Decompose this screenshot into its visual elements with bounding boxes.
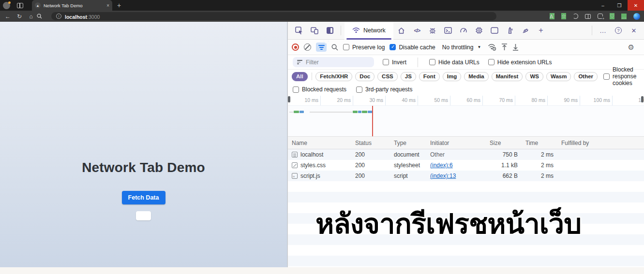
copilot-icon[interactable] (633, 13, 640, 20)
help-icon[interactable]: ? (611, 24, 626, 37)
chip-ws[interactable]: WS (525, 72, 543, 81)
filter-input[interactable] (306, 59, 364, 66)
device-emulation-icon[interactable] (307, 24, 322, 37)
output-box (136, 211, 151, 220)
table-row-styles-css[interactable]: styles.css 200 stylesheet (index):6 1.1 … (288, 160, 644, 171)
tab-application-icon[interactable] (487, 24, 502, 37)
close-window-button[interactable]: ✕ (628, 0, 644, 11)
table-row-script-js[interactable]: script.js 200 script (index):13 662 B 2 … (288, 171, 644, 181)
record-network-log-icon[interactable] (292, 43, 299, 51)
clear-network-log-icon[interactable] (304, 43, 311, 51)
tab-network-conditions-plug-icon[interactable] (518, 24, 533, 37)
tick-label: 90 ms (554, 97, 578, 103)
hide-extension-urls-checkbox[interactable]: Hide extension URLs (488, 59, 552, 66)
chip-fetch-xhr[interactable]: Fetch/XHR (315, 72, 352, 81)
tab-memory-icon[interactable] (472, 24, 486, 37)
table-row-localhost[interactable]: localhost 200 document Other 750 B 2 ms (288, 149, 644, 160)
col-name[interactable]: Name (288, 137, 307, 149)
network-conditions-icon[interactable] (488, 43, 496, 51)
table-header[interactable]: Name Status Type Initiator Size Time Ful… (288, 137, 644, 149)
export-har-icon[interactable] (512, 43, 519, 51)
tab-lighthouse-icon[interactable] (503, 24, 517, 37)
chip-all[interactable]: All (292, 72, 308, 81)
search-network-icon[interactable] (331, 44, 338, 51)
close-devtools-icon[interactable]: ✕ (627, 24, 641, 37)
tab-performance-icon[interactable] (456, 24, 471, 37)
profile-avatar[interactable] (3, 2, 10, 9)
filter-badge: ✕ (324, 41, 329, 42)
divider (592, 26, 592, 35)
waterfall-segment (368, 111, 372, 113)
chip-wasm[interactable]: Wasm (546, 72, 571, 81)
throttling-dropdown[interactable]: No throttling ▼ (440, 44, 483, 51)
more-menu-icon[interactable]: … (621, 14, 627, 19)
waterfall-segment (353, 111, 358, 113)
chip-other[interactable]: Other (574, 72, 598, 81)
col-fulfilled[interactable]: Fulfilled by (557, 137, 589, 149)
preserve-log-checkbox[interactable]: Preserve log (343, 44, 385, 51)
chip-doc[interactable]: Doc (355, 72, 374, 81)
customize-devtools-icon[interactable]: … (596, 24, 610, 37)
chip-manifest[interactable]: Manifest (492, 72, 523, 81)
col-initiator[interactable]: Initiator (426, 137, 449, 149)
url-host: localhost (65, 14, 87, 20)
site-info-icon[interactable]: i (56, 14, 61, 19)
disable-cache-checkbox[interactable]: Disable cache (389, 44, 435, 51)
chip-font[interactable]: Font (419, 72, 440, 81)
collections-icon[interactable] (598, 14, 603, 19)
col-type[interactable]: Type (390, 137, 406, 149)
overview-left-handle[interactable] (288, 96, 290, 102)
search-icon[interactable] (37, 14, 48, 19)
tab-workspaces-icon[interactable] (17, 3, 23, 8)
tab-close-icon[interactable]: × (106, 3, 109, 8)
favorites-heart-icon[interactable]: ♡ (610, 13, 614, 19)
tab-issues-bug-icon[interactable] (425, 24, 440, 37)
chip-css[interactable]: CSS (377, 72, 398, 81)
network-settings-gear-icon[interactable]: ⚙ (628, 43, 640, 52)
tab-title: Network Tab Demo (44, 3, 104, 8)
tab-network[interactable]: Network (344, 22, 393, 40)
third-party-requests-checkbox[interactable]: 3rd-party requests (356, 86, 412, 93)
refresh-icon[interactable]: ↻ (14, 13, 25, 20)
hide-data-urls-checkbox[interactable]: Hide data URLs (429, 59, 479, 66)
split-screen-icon[interactable] (585, 14, 591, 19)
read-aloud-icon[interactable]: Aᐟ (550, 13, 554, 19)
filter-lines-icon (297, 60, 302, 64)
browser-tab[interactable]: ▲ Network Tab Demo × (32, 0, 112, 11)
blocked-requests-checkbox[interactable]: Blocked requests (293, 86, 346, 93)
import-har-icon[interactable] (501, 43, 508, 51)
initiator-link[interactable]: (index):13 (430, 173, 456, 179)
chip-img[interactable]: Img (443, 72, 461, 81)
overview-right-handle[interactable] (641, 96, 644, 102)
initiator-link[interactable]: (index):6 (430, 162, 453, 169)
filter-input-wrap[interactable] (293, 57, 374, 67)
invert-checkbox[interactable]: Invert (383, 59, 406, 66)
network-filter-row: Invert Hide data URLs Hide extension URL… (288, 55, 644, 70)
address-bar[interactable]: i localhost:3000 (51, 12, 496, 20)
network-overview-timeline[interactable]: 10 ms 20 ms 30 ms 40 ms 50 ms 60 ms 70 m… (288, 96, 644, 137)
browser-essentials-icon[interactable] (573, 14, 578, 19)
back-icon[interactable]: ← (2, 13, 14, 20)
minimize-button[interactable]: – (595, 0, 611, 11)
tab-welcome-home-icon[interactable] (394, 24, 409, 37)
blocked-response-cookies-checkbox[interactable]: Blocked response cookies (603, 66, 640, 87)
col-time[interactable]: Time (522, 137, 538, 149)
inspect-element-icon[interactable] (292, 24, 306, 37)
bottom-strip (0, 267, 644, 274)
col-status[interactable]: Status (351, 137, 372, 149)
col-size[interactable]: Size (486, 137, 501, 149)
dock-side-icon[interactable] (323, 24, 337, 37)
restore-button[interactable]: ❐ (611, 0, 628, 11)
more-tools-add-icon[interactable]: + (534, 24, 548, 37)
chip-media[interactable]: Media (464, 72, 489, 81)
filter-toggle-icon[interactable]: ✕ (316, 43, 327, 52)
tab-console-icon[interactable] (441, 24, 455, 37)
tab-elements-icon[interactable]: </> (410, 24, 424, 37)
fetch-data-button[interactable]: Fetch Data (122, 191, 165, 204)
tick-label: 50 ms (424, 97, 448, 103)
favorites-star-icon[interactable]: ☆ (561, 13, 566, 19)
document-icon (292, 152, 298, 158)
chip-js[interactable]: JS (401, 72, 416, 81)
new-tab-button[interactable]: + (117, 1, 121, 9)
home-icon[interactable]: ⌂ (25, 13, 37, 20)
